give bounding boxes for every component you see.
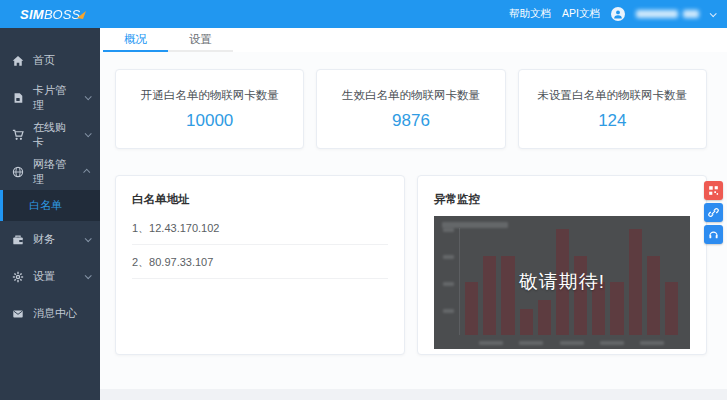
chart-bar: [501, 256, 514, 336]
chart-x-tick-ghost: [519, 341, 543, 345]
sidebar-item-finance[interactable]: 财务: [0, 221, 100, 258]
tab-bar: 概况 设置: [100, 28, 727, 52]
chart-y-tick-ghost: [443, 228, 454, 232]
contact-link-button[interactable]: [704, 203, 723, 222]
masked-text-blob: [636, 10, 678, 18]
tab-overview[interactable]: 概况: [103, 28, 168, 52]
anomaly-monitor-panel: 异常监控 敬请期待!: [417, 175, 707, 355]
panel-title: 白名单地址: [132, 192, 388, 207]
stat-cards-row: 开通白名单的物联网卡数量 10000 生效白名单的物联网卡数量 9876 未设置…: [115, 69, 707, 149]
list-item: 1、12.43.170.102: [132, 211, 388, 245]
chevron-down-icon: [85, 272, 92, 279]
list-item: 2、80.97.33.107: [132, 245, 388, 279]
stat-card-effective-whitelist: 生效白名单的物联网卡数量 9876: [316, 69, 505, 149]
topbar-right: 帮助文档 API文档: [509, 7, 727, 21]
help-docs-link[interactable]: 帮助文档: [509, 7, 551, 21]
finance-icon: [12, 234, 24, 246]
chart-bar: [538, 300, 551, 335]
sidebar-item-label: 首页: [33, 53, 55, 68]
coming-soon-overlay: 敬请期待!: [434, 269, 690, 295]
network-icon: [12, 166, 24, 178]
chart-y-tick-ghost: [443, 309, 454, 313]
chart-x-tick-ghost: [479, 341, 503, 345]
whitelist-ip-list: 1、12.43.170.102 2、80.97.33.107: [132, 211, 388, 279]
sidebar-item-label: 卡片管理: [33, 83, 76, 113]
promo-qrcode-button[interactable]: [704, 181, 723, 200]
qrcode-icon: [708, 185, 719, 196]
sidebar-item-label: 在线购卡: [33, 120, 76, 150]
api-docs-link[interactable]: API文档: [562, 7, 600, 21]
sidebar-item-network-management[interactable]: 网络管理: [0, 153, 100, 190]
sidebar-subitem-label: 白名单: [29, 198, 62, 213]
sidebar-item-buy-cards[interactable]: 在线购卡: [0, 116, 100, 153]
chart-bar: [647, 256, 660, 336]
logo-swoosh-icon: [77, 11, 86, 19]
floating-action-buttons: [704, 181, 723, 244]
panel-title: 异常监控: [434, 192, 690, 207]
masked-text-blob: [683, 10, 699, 18]
chart-x-tick-ghost: [560, 341, 584, 345]
overview-content: 开通白名单的物联网卡数量 10000 生效白名单的物联网卡数量 9876 未设置…: [100, 52, 727, 355]
person-icon: [613, 9, 623, 19]
chart-x-tick-ghost: [640, 341, 664, 345]
stat-label: 生效白名单的物联网卡数量: [342, 88, 480, 103]
cart-icon: [12, 129, 24, 141]
stat-label: 开通白名单的物联网卡数量: [141, 88, 279, 103]
sidebar-item-card-management[interactable]: 卡片管理: [0, 79, 100, 116]
chevron-up-icon: [83, 169, 90, 176]
link-icon: [708, 207, 719, 218]
sidebar-item-label: 财务: [33, 232, 55, 247]
chevron-down-icon: [85, 93, 92, 100]
chart-bar: [574, 256, 587, 336]
sidebar-subitem-whitelist[interactable]: 白名单: [0, 190, 100, 221]
chart-bar: [483, 256, 496, 336]
customer-service-button[interactable]: [704, 225, 723, 244]
stat-value: 9876: [392, 111, 430, 131]
chevron-down-icon: [85, 235, 92, 242]
page-bottom-strip: [100, 389, 727, 400]
chart-y-tick-ghost: [443, 255, 454, 259]
sidebar: 首页 卡片管理 在线购卡 网络管理 白名单 财务 设置: [0, 28, 100, 400]
gear-icon: [12, 271, 24, 283]
sidebar-item-label: 消息中心: [33, 306, 77, 321]
stat-label: 未设置白名单的物联网卡数量: [538, 88, 688, 103]
user-avatar[interactable]: [611, 7, 625, 21]
chart-bar: [520, 309, 533, 336]
stat-card-opened-whitelist: 开通白名单的物联网卡数量 10000: [115, 69, 304, 149]
sidebar-item-message-center[interactable]: 消息中心: [0, 295, 100, 332]
main-content: 概况 设置 开通白名单的物联网卡数量 10000 生效白名单的物联网卡数量 98…: [100, 28, 727, 400]
chart-x-tick-ghost: [600, 341, 624, 345]
stat-card-unset-whitelist: 未设置白名单的物联网卡数量 124: [518, 69, 707, 149]
user-menu-chevron-down-icon[interactable]: [710, 10, 717, 17]
topbar: SIMBOSS 帮助文档 API文档: [0, 0, 727, 28]
headset-icon: [708, 229, 719, 240]
brand-logo[interactable]: SIMBOSS: [0, 7, 100, 22]
stat-value: 10000: [186, 111, 233, 131]
sidebar-item-label: 设置: [33, 269, 55, 284]
sidebar-item-settings[interactable]: 设置: [0, 258, 100, 295]
user-phone-masked[interactable]: [636, 10, 699, 18]
chart-x-tick-ghosts: [465, 341, 678, 345]
panels-row: 白名单地址 1、12.43.170.102 2、80.97.33.107 异常监…: [115, 175, 707, 355]
brand-logo-boss: BOSS: [44, 7, 80, 22]
tab-settings[interactable]: 设置: [168, 28, 233, 52]
stat-value: 124: [598, 111, 626, 131]
sidebar-item-home[interactable]: 首页: [0, 42, 100, 79]
home-icon: [12, 55, 24, 67]
sim-card-icon: [12, 92, 24, 104]
anomaly-monitor-chart: 敬请期待!: [434, 216, 690, 349]
sidebar-item-label: 网络管理: [33, 157, 76, 187]
brand-logo-sim: SIM: [20, 7, 44, 22]
whitelist-address-panel: 白名单地址 1、12.43.170.102 2、80.97.33.107: [115, 175, 405, 355]
message-icon: [12, 308, 24, 320]
chevron-down-icon: [85, 130, 92, 137]
